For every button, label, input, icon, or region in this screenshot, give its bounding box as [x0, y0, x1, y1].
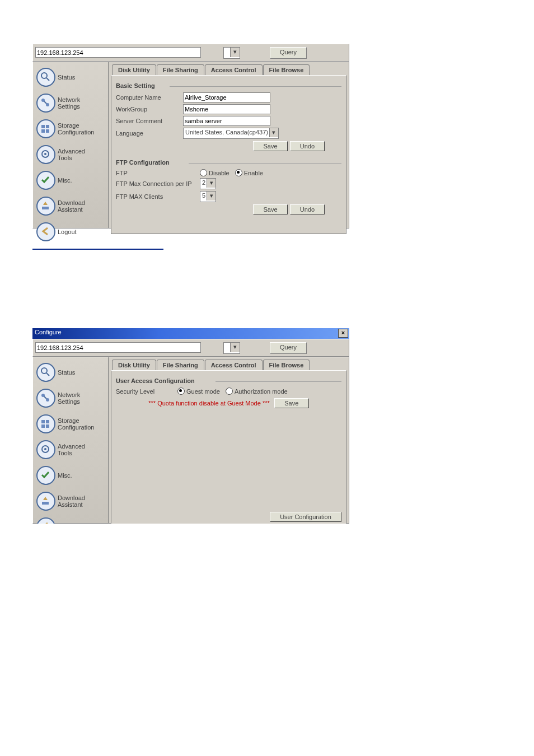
group-ftp-config: FTP Configuration — [116, 159, 341, 166]
sidebar-item-logout[interactable]: Logout — [36, 222, 108, 241]
close-button[interactable]: × — [338, 329, 348, 338]
tab-file-browse[interactable]: File Browse — [263, 360, 310, 370]
svg-point-13 — [41, 368, 47, 374]
tab-disk-utility[interactable]: Disk Utility — [112, 360, 156, 370]
server-comment-input[interactable] — [183, 116, 270, 126]
save-button[interactable]: Save — [274, 398, 309, 408]
ftp-maxclients-select[interactable]: 5▾ — [200, 191, 216, 202]
sidebar-item-misc[interactable]: Misc. — [36, 466, 108, 485]
user-configuration-button[interactable]: User Configuration — [270, 512, 341, 522]
sidebar-item-download[interactable]: Download Assistant — [36, 492, 108, 511]
svg-rect-8 — [46, 129, 49, 133]
workgroup-input[interactable] — [183, 104, 270, 114]
chevron-down-icon: ▾ — [207, 179, 216, 188]
tab-access-control[interactable]: Access Control — [205, 360, 263, 370]
svg-marker-12 — [43, 202, 48, 205]
ftp-label: FTP — [116, 170, 200, 176]
sidebar-item-logout[interactable]: Logout — [36, 517, 108, 524]
svg-rect-5 — [41, 125, 45, 128]
tab-file-sharing[interactable]: File Sharing — [157, 64, 204, 75]
svg-rect-11 — [42, 207, 49, 209]
storage-icon — [36, 414, 55, 433]
undo-button[interactable]: Undo — [290, 141, 325, 151]
svg-rect-19 — [46, 420, 49, 423]
storage-icon — [36, 119, 55, 138]
language-value: United States, Canada(cp437) — [184, 128, 278, 136]
sidebar-item-label: Misc. — [58, 472, 72, 479]
workgroup-label: WorkGroup — [116, 106, 183, 113]
sidebar-item-network[interactable]: Network Settings — [36, 94, 108, 113]
logout-icon — [36, 517, 55, 524]
tabs: Disk Utility File Sharing Access Control… — [112, 360, 349, 370]
language-label: Language — [116, 130, 183, 137]
download-icon — [36, 197, 55, 216]
save-button[interactable]: Save — [253, 204, 288, 214]
ftp-enable-radio[interactable]: Enable — [235, 169, 263, 176]
sidebar-item-misc[interactable]: Misc. — [36, 171, 108, 190]
check-icon — [36, 466, 55, 485]
radio-icon — [235, 169, 242, 176]
tabs: Disk Utility File Sharing Access Control… — [112, 64, 349, 75]
undo-button[interactable]: Undo — [290, 204, 325, 214]
sidebar-item-label: Advanced Tools — [58, 148, 85, 161]
chevron-down-icon: ▾ — [269, 128, 278, 137]
svg-line-17 — [44, 396, 46, 399]
check-icon — [36, 171, 55, 190]
magnifier-icon — [36, 68, 55, 87]
server-comment-label: Server Comment — [116, 118, 183, 124]
address-dropdown[interactable]: ▾ — [223, 47, 240, 59]
sidebar-item-download[interactable]: Download Assistant — [36, 197, 108, 216]
sidebar-item-network[interactable]: Network Settings — [36, 389, 108, 408]
chevron-down-icon: ▾ — [230, 343, 240, 352]
sidebar: Status Network Settings Storage Configur… — [33, 62, 109, 228]
svg-rect-6 — [46, 125, 49, 128]
ftp-maxclients-label: FTP MAX Clients — [116, 193, 200, 200]
gear-icon — [36, 145, 55, 164]
magnifier-icon — [36, 363, 55, 382]
sidebar-item-advanced[interactable]: Advanced Tools — [36, 145, 108, 164]
radio-icon — [200, 169, 207, 176]
sidebar-item-status[interactable]: Status — [36, 363, 108, 382]
screenshot-file-sharing: ▾ Query Status Network Settings Storage … — [32, 44, 349, 228]
content-pane: Disk Utility File Sharing Access Control… — [109, 62, 349, 228]
tab-access-control[interactable]: Access Control — [205, 64, 263, 75]
address-dropdown[interactable]: ▾ — [223, 342, 240, 354]
tab-file-browse[interactable]: File Browse — [263, 64, 310, 75]
gear-icon — [36, 440, 55, 459]
svg-point-0 — [41, 73, 47, 78]
ftp-maxperip-label: FTP Max Connection per IP — [116, 180, 200, 187]
sidebar-item-label: Status — [58, 369, 75, 376]
divider — [32, 249, 163, 250]
guest-mode-radio[interactable]: Guest mode — [177, 388, 220, 395]
sidebar: Status Network Settings Storage Configur… — [33, 357, 109, 523]
address-input[interactable] — [35, 47, 201, 58]
address-bar: ▾ Query — [32, 339, 349, 357]
network-icon — [36, 94, 55, 113]
sidebar-item-storage[interactable]: Storage Configuration — [36, 119, 108, 138]
save-button[interactable]: Save — [253, 141, 288, 151]
query-button[interactable]: Query — [270, 342, 307, 354]
sidebar-item-storage[interactable]: Storage Configuration — [36, 414, 108, 433]
computer-name-input[interactable] — [183, 92, 270, 102]
sidebar-item-label: Status — [58, 74, 75, 81]
sidebar-item-label: Storage Configuration — [58, 417, 94, 431]
language-select[interactable]: United States, Canada(cp437)▾ — [183, 128, 279, 139]
address-bar: ▾ Query — [32, 44, 349, 62]
ftp-maxperip-select[interactable]: 2▾ — [200, 178, 216, 189]
sidebar-item-advanced[interactable]: Advanced Tools — [36, 440, 108, 459]
svg-marker-25 — [43, 497, 48, 500]
tab-disk-utility[interactable]: Disk Utility — [112, 64, 156, 75]
svg-line-1 — [46, 78, 49, 81]
sidebar-item-label: Network Settings — [58, 391, 80, 405]
address-input[interactable] — [35, 342, 201, 353]
sidebar-item-label: Storage Configuration — [58, 122, 94, 136]
svg-point-10 — [44, 153, 46, 155]
ftp-disable-radio[interactable]: Disable — [200, 169, 229, 176]
tab-file-sharing[interactable]: File Sharing — [157, 360, 204, 370]
network-icon — [36, 389, 55, 408]
auth-mode-radio[interactable]: Authorization mode — [226, 388, 288, 395]
svg-line-4 — [44, 101, 46, 104]
svg-point-23 — [44, 448, 46, 450]
sidebar-item-status[interactable]: Status — [36, 68, 108, 87]
query-button[interactable]: Query — [270, 47, 307, 59]
